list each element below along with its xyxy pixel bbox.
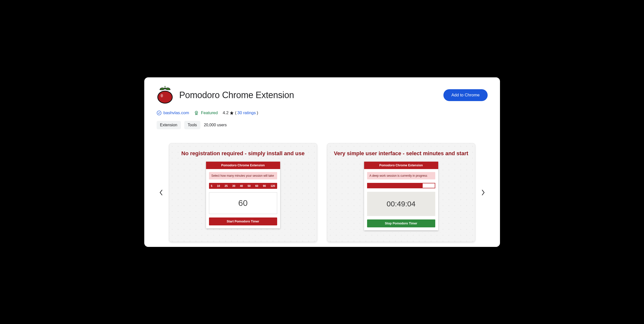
page-title: Pomodoro Chrome Extension [179,90,294,100]
progress-fill [368,183,423,188]
screenshot-carousel: No registration required - simply instal… [156,143,488,242]
ext-header: Pomodoro Chrome Extension [206,162,280,169]
award-icon [194,111,199,115]
minute-option: 30 [232,184,235,187]
featured-label: Featured [201,111,218,115]
tomato-icon [156,87,174,104]
selected-minutes-display: 60 [209,192,277,214]
slide-title: No registration required - simply instal… [181,150,304,157]
rating-value: 4.2 [222,111,228,115]
timer-display: 00:49:04 [367,192,435,216]
minute-option: 50 [248,184,250,187]
extension-listing-card: Pomodoro Chrome Extension Add to Chrome … [144,77,500,247]
meta-row: bashvlas.com Featured 4.2 (30 ratings) [156,111,488,115]
svg-point-1 [196,112,197,112]
ext-message: Select how many minutes your session wil… [209,172,277,179]
minute-options: 5 10 25 30 40 50 60 90 120 [209,183,277,189]
header-row: Pomodoro Chrome Extension Add to Chrome [156,87,488,104]
publisher-link[interactable]: bashvlas.com [164,111,189,115]
carousel-prev-button[interactable] [156,187,166,198]
minute-option: 120 [270,184,275,187]
extension-popup-preview: Pomodoro Chrome Extension A deep work se… [364,162,438,230]
minute-option: 25 [224,184,228,187]
rating-block: 4.2 (30 ratings) [222,111,258,115]
carousel-next-button[interactable] [479,187,488,198]
category-chip[interactable]: Tools [184,121,200,129]
ratings-link[interactable]: 30 ratings [238,111,256,115]
progress-bar [367,183,435,188]
carousel-slides: No registration required - simply instal… [169,143,475,242]
minute-option: 60 [255,184,258,187]
minute-option: 10 [217,184,220,187]
slide-title: Very simple user interface - select minu… [334,150,468,157]
type-chip[interactable]: Extension [156,121,181,129]
chevron-right-icon [481,189,486,196]
minute-option: 40 [240,184,243,187]
tag-row: Extension Tools 20,000 users [156,121,488,129]
verified-publisher: bashvlas.com [156,111,189,115]
title-wrap: Pomodoro Chrome Extension [156,87,294,104]
stop-timer-button: Stop Pomodoro Timer [367,219,435,227]
carousel-slide: Very simple user interface - select minu… [327,143,475,242]
ext-header: Pomodoro Chrome Extension [364,162,438,169]
carousel-slide: No registration required - simply instal… [169,143,317,242]
extension-popup-preview: Pomodoro Chrome Extension Select how man… [206,162,280,228]
users-count: 20,000 users [204,123,227,127]
verified-badge-icon [156,111,162,115]
add-to-chrome-button[interactable]: Add to Chrome [444,89,488,101]
start-timer-button: Start Pomodoro Timer [209,217,277,225]
star-icon [230,111,234,115]
featured-badge: Featured [194,111,218,115]
ext-message: A deep work session is currently in prog… [367,172,435,179]
minute-option: 90 [263,184,266,187]
minute-option: 5 [211,184,212,187]
chevron-left-icon [158,189,164,196]
